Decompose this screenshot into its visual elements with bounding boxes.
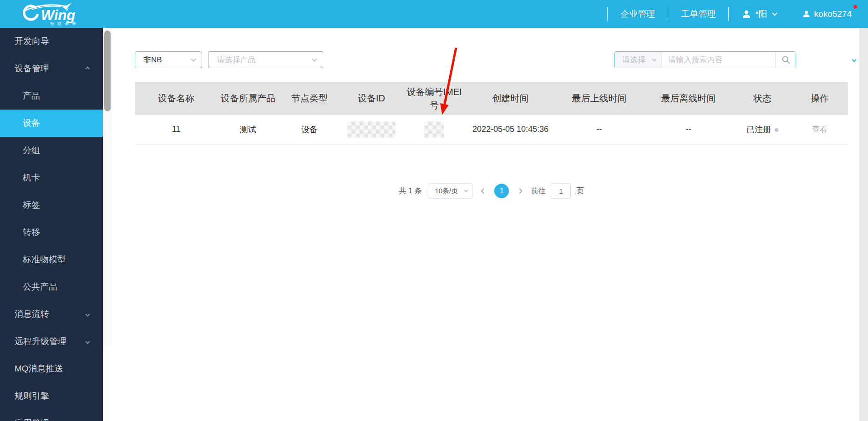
device-table: 设备名称设备所属产品节点类型设备ID设备编号IMEI号创建时间最后上线时间最后离… — [135, 82, 848, 145]
cell-product: 测试 — [218, 115, 279, 144]
sidebar-item-设备管理[interactable]: 设备管理 — [0, 55, 103, 82]
column-header-状态: 状态 — [733, 82, 792, 115]
search-button[interactable] — [775, 52, 796, 68]
search-input[interactable] — [662, 52, 775, 68]
column-header-设备ID: 设备ID — [340, 82, 402, 115]
chevron-down-icon — [191, 56, 196, 61]
device-id-redacted-mosaic — [347, 121, 396, 138]
cell-created-time: 2022-05-05 10:45:36 — [466, 115, 555, 144]
sidebar-scrollbar-thumb[interactable] — [104, 30, 111, 111]
device-type-select[interactable]: 非NB — [135, 51, 202, 68]
chevron-down-icon — [772, 10, 777, 15]
search-icon — [781, 55, 791, 65]
page-size-value: 10条/页 — [435, 187, 458, 195]
sidebar-item-规则引擎[interactable]: 规则引擎 — [0, 382, 103, 410]
column-header-创建时间: 创建时间 — [466, 82, 555, 115]
chevron-down-icon — [86, 339, 90, 344]
chevron-left-icon — [481, 188, 486, 193]
cell-imei — [402, 115, 466, 144]
imei-redacted-mosaic — [424, 121, 444, 138]
chevron-down-icon — [86, 312, 90, 316]
sidebar-item-label: 规则引擎 — [15, 390, 49, 402]
sidebar-item-转移[interactable]: 转移 — [0, 219, 103, 246]
sidebar-item-标签[interactable]: 标签 — [0, 191, 103, 219]
sidebar-nav: 开发向导设备管理产品设备分组机卡标签转移标准物模型公共产品消息流转远程升级管理M… — [0, 28, 103, 421]
prev-page-button[interactable] — [480, 189, 487, 193]
page-scrollbar-track[interactable] — [859, 28, 868, 421]
user-icon — [741, 9, 751, 19]
cell-last-online: -- — [555, 115, 644, 144]
sidebar-item-label: 设备 — [23, 117, 40, 129]
chevron-up-icon — [86, 66, 90, 71]
column-header-设备名称: 设备名称 — [135, 82, 218, 115]
sidebar-item-分组[interactable]: 分组 — [0, 137, 103, 164]
nav-divider — [668, 7, 668, 21]
device-type-select-value: 非NB — [143, 55, 162, 65]
nav-divider — [728, 7, 729, 21]
view-link[interactable]: 查看 — [812, 125, 827, 134]
sidebar-item-label: 开发向导 — [15, 35, 49, 47]
next-page-button[interactable] — [516, 189, 523, 193]
search-field-placeholder: 请选择 — [622, 55, 645, 65]
sidebar-item-设备[interactable]: 设备 — [0, 110, 103, 137]
chevron-down-icon — [852, 57, 857, 62]
goto-page-input[interactable] — [551, 183, 571, 199]
pagination-bar: 共 1 条 10条/页 1 前往 页 — [135, 183, 848, 199]
page-size-select[interactable]: 10条/页 — [429, 183, 472, 199]
column-header-操作: 操作 — [792, 82, 848, 115]
filter-toolbar: 非NB 请选择产品 请选择 高级搜索 — [135, 51, 848, 68]
sidebar-item-公共产品[interactable]: 公共产品 — [0, 273, 103, 301]
cell-last-offline: -- — [644, 115, 733, 144]
sidebar-item-label: 公共产品 — [23, 281, 57, 293]
sidebar-item-label: 消息流转 — [15, 308, 49, 320]
sidebar-scrollbar-track[interactable] — [103, 28, 112, 346]
sidebar-item-远程升级管理[interactable]: 远程升级管理 — [0, 328, 103, 355]
sidebar-item-label: 标签 — [23, 199, 40, 211]
cell-device-name: 11 — [135, 115, 218, 144]
sidebar-item-标准物模型[interactable]: 标准物模型 — [0, 246, 103, 273]
sidebar-item-label: 设备管理 — [15, 63, 49, 75]
sidebar-item-应用管理[interactable]: 应用管理 — [0, 410, 103, 421]
chevron-down-icon — [652, 57, 657, 61]
column-header-节点类型: 节点类型 — [279, 82, 340, 115]
cell-action: 查看 — [792, 115, 848, 144]
total-count-label: 共 1 条 — [399, 186, 422, 196]
product-select[interactable]: 请选择产品 — [208, 51, 323, 68]
user-menu[interactable]: *阳 — [741, 8, 776, 20]
sidebar-item-label: 应用管理 — [15, 417, 49, 421]
sidebar-item-产品[interactable]: 产品 — [0, 82, 103, 110]
sidebar-item-消息流转[interactable]: 消息流转 — [0, 301, 103, 328]
main-content: 非NB 请选择产品 请选择 高级搜索 — [112, 28, 868, 421]
sidebar-item-label: 转移 — [23, 226, 40, 238]
account-menu[interactable]: koko5274 — [802, 9, 852, 19]
chevron-down-icon — [312, 56, 317, 61]
sidebar-item-MQ消息推送[interactable]: MQ消息推送 — [0, 355, 103, 382]
page-number-active[interactable]: 1 — [494, 184, 509, 198]
search-group: 请选择 — [614, 51, 796, 68]
app-header: Wing 智联未来 企业管理 工单管理 *阳 koko5274 — [0, 0, 868, 28]
goto-label: 前往 — [531, 186, 545, 196]
sidebar-item-label: MQ消息推送 — [15, 363, 63, 375]
chevron-down-icon — [464, 189, 468, 192]
logo-tagline: 智联未来 — [50, 21, 79, 27]
brand-logo[interactable]: Wing 智联未来 — [21, 2, 94, 26]
column-header-设备编号IMEI号: 设备编号IMEI号 — [402, 82, 466, 115]
sidebar-item-label: 标准物模型 — [23, 254, 66, 266]
user-menu-label: *阳 — [755, 8, 767, 20]
nav-item-workorder[interactable]: 工单管理 — [681, 8, 716, 20]
sidebar-item-label: 远程升级管理 — [15, 336, 66, 347]
search-field-select[interactable]: 请选择 — [615, 52, 662, 68]
column-header-最后上线时间: 最后上线时间 — [555, 82, 644, 115]
sidebar-item-开发向导[interactable]: 开发向导 — [0, 28, 103, 55]
cell-status: 已注册 — [733, 115, 792, 144]
top-navigation: 企业管理 工单管理 *阳 koko5274 — [594, 0, 859, 28]
status-text: 已注册 — [746, 125, 771, 134]
nav-divider — [607, 7, 608, 21]
status-dot-icon — [775, 128, 778, 132]
nav-item-enterprise[interactable]: 企业管理 — [620, 8, 655, 20]
notification-badge — [853, 5, 857, 9]
table-row[interactable]: 11 测试 设备 2022-05-05 10:45:36 -- -- 已注册 查… — [135, 115, 848, 144]
sidebar-item-机卡[interactable]: 机卡 — [0, 164, 103, 191]
chevron-right-icon — [518, 188, 523, 193]
sidebar-item-label: 产品 — [23, 90, 40, 102]
